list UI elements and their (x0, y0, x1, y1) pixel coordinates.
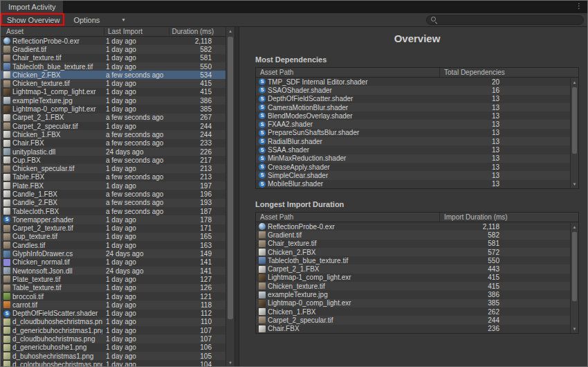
table-row[interactable]: Chicken_specular.tif 1 day ago 213 (1, 164, 226, 172)
metric-value: 13 (438, 138, 502, 145)
scroll-down-icon[interactable] (226, 359, 235, 367)
table-row[interactable]: Cup_texture.tif 1 day ago 165 (1, 233, 226, 241)
column-header-last-import[interactable]: Last Import (104, 28, 169, 35)
table-row[interactable]: FXAA2.shader 13 (256, 120, 570, 128)
table-row[interactable]: BlendModesOverlay.shader 13 (256, 111, 570, 120)
table-row[interactable]: d_cloudbuhochristmas.png 1 day ago 107 (1, 334, 226, 343)
table-row[interactable]: d_colorbuhoshechristmas.png 1 day ago 10… (1, 360, 226, 367)
table-row[interactable]: GlyphInfoDrawer.cs 24 days ago 149 (1, 249, 226, 258)
table-row[interactable]: Chair.FBX a few seconds ago 233 (1, 139, 226, 147)
table-row[interactable]: CameraMotionBlur.shader 13 (256, 103, 570, 111)
table-row[interactable]: Tablecloth_blue_texture.tif 550 (256, 256, 570, 265)
table-row[interactable]: Plate_texture.tif 1 day ago 127 (1, 275, 226, 283)
table-row[interactable]: Chicken_1.FBX a few seconds ago 244 (1, 130, 226, 138)
column-header-asset[interactable]: Asset (1, 28, 104, 35)
table-row[interactable]: TMP_SDF Internal Editor.shader 20 (256, 78, 570, 86)
table-row[interactable]: Lightmap-1_comp_light.exr 1 day ago 415 (1, 88, 226, 96)
scroll-down-icon[interactable] (571, 325, 578, 333)
table-row[interactable]: Plate.FBX 1 day ago 197 (1, 181, 226, 190)
table-row[interactable]: Lightmap-0_comp_light.exr 385 (256, 299, 570, 307)
asset-type-icon (3, 140, 10, 147)
column-header-import-duration[interactable]: Import Duration (ms) (440, 213, 570, 221)
column-header-total-dependencies[interactable]: Total Dependencies (440, 69, 570, 76)
table-row[interactable]: Chair.FBX 236 (256, 325, 570, 333)
scroll-down-icon[interactable] (571, 180, 578, 188)
vertical-scrollbar[interactable] (570, 223, 578, 333)
table-row[interactable]: Gradient.tif 582 (256, 231, 570, 239)
table-row[interactable]: d_genericbuhochristmas1.png 1 day ago 10… (1, 326, 226, 334)
scroll-up-icon[interactable] (571, 78, 578, 87)
table-row[interactable]: Tablecloth_blue_texture.tif 1 day ago 55… (1, 62, 226, 71)
table-row[interactable]: DepthOfFieldScatter.shader 1 day ago 112 (1, 310, 226, 318)
window-menu-icon[interactable]: ⋮ (571, 1, 587, 13)
table-row[interactable]: Cup.FBX a few seconds ago 217 (1, 156, 226, 164)
table-row[interactable]: Carpet_2_1.FBX a few seconds ago 267 (1, 114, 226, 122)
table-row[interactable]: Newtonsoft.Json.dll 24 days ago 141 (1, 267, 226, 275)
scroll-up-icon[interactable] (571, 223, 578, 231)
duration-value: 118 (167, 301, 214, 309)
asset-type-icon (3, 97, 10, 104)
table-row[interactable]: Tablecloth.FBX a few seconds ago 187 (1, 207, 226, 215)
table-row[interactable]: Chicken_1.FBX 262 (256, 307, 570, 316)
table-row[interactable]: CreaseApply.shader 13 (256, 163, 570, 171)
table-row[interactable]: Tonemapper.shader 1 day ago 178 (1, 215, 226, 224)
table-row[interactable]: Chicken_2.FBX 572 (256, 248, 570, 256)
table-row[interactable]: Chicken_normal.tif 1 day ago 141 (1, 258, 226, 267)
scrollbar-thumb[interactable] (572, 87, 577, 154)
table-row[interactable]: ReflectionProbe-0.exr 2,118 (256, 222, 570, 231)
vertical-scrollbar[interactable] (570, 78, 578, 188)
table-row[interactable]: SSAA.shader 13 (256, 145, 570, 154)
table-row[interactable]: Carpet_2_specular.tif 1 day ago 244 (1, 122, 226, 130)
most-dependencies-table: Asset Path Total Dependencies TMP_SDF In… (255, 67, 579, 189)
column-header-duration[interactable]: Duration (ms) (169, 28, 217, 35)
last-import-value: 1 day ago (102, 88, 167, 96)
table-row[interactable]: d_genericbuhoshe1.png 1 day ago 106 (1, 343, 226, 352)
asset-rows: ReflectionProbe-0.exr 1 day ago 2,118 Gr… (1, 37, 226, 367)
table-row[interactable]: Chair_texture.tif 1 day ago 581 (1, 54, 226, 62)
search-input[interactable] (426, 15, 584, 25)
table-row[interactable]: Table.FBX a few seconds ago 213 (1, 173, 226, 181)
table-row[interactable]: Table_texture.tif 1 day ago 126 (1, 284, 226, 292)
scrollbar-thumb[interactable] (228, 37, 233, 319)
show-overview-button[interactable]: Show Overview (4, 15, 62, 26)
asset-name: Chicken_specular.tif (10, 165, 102, 172)
table-row[interactable]: carrot.tif 1 day ago 118 (1, 301, 226, 309)
table-row[interactable]: DepthOfFieldScatter.shader 13 (256, 95, 570, 103)
table-row[interactable]: exampleTexture.jpg 386 (256, 290, 570, 298)
table-row[interactable]: unityplastic.dll 24 days ago 226 (1, 147, 226, 156)
table-row[interactable]: MobileBlur.shader 13 (256, 180, 570, 188)
table-row[interactable]: SSAOShader.shader 16 (256, 86, 570, 94)
table-row[interactable]: MinMaxReduction.shader 13 (256, 154, 570, 163)
table-row[interactable]: Chicken_texture.tif 415 (256, 282, 570, 290)
table-row[interactable]: exampleTexture.jpg 1 day ago 386 (1, 96, 226, 105)
table-row[interactable]: ReflectionProbe-0.exr 1 day ago 2,118 (1, 37, 226, 45)
table-row[interactable]: Lightmap-0_comp_light.exr 1 day ago 385 (1, 105, 226, 113)
scrollbar-thumb[interactable] (572, 232, 577, 301)
panel-splitter[interactable] (235, 27, 239, 367)
table-row[interactable]: Candle_2.FBX a few seconds ago 193 (1, 199, 226, 207)
table-row[interactable]: Gradient.tif 1 day ago 582 (1, 45, 226, 53)
table-row[interactable]: Candles.tif 1 day ago 163 (1, 241, 226, 249)
table-row[interactable]: PrepareSunShaftsBlur.shader 13 (256, 129, 570, 137)
column-header-asset-path[interactable]: Asset Path (256, 213, 440, 222)
section-heading-most-dependencies: Most Dependencies (255, 55, 579, 64)
table-row[interactable]: Carpet_2_1.FBX 443 (256, 265, 570, 273)
metric-value: 13 (438, 163, 502, 171)
table-row[interactable]: SimpleClear.shader 13 (256, 171, 570, 179)
options-dropdown[interactable]: Options ▾ (71, 15, 127, 26)
table-row[interactable]: Chair_texture.tif 581 (256, 240, 570, 248)
tab-import-activity[interactable]: Import Activity (1, 1, 63, 13)
table-row[interactable]: d_cloudbuhoshechristmas.png 1 day ago 11… (1, 318, 226, 326)
table-row[interactable]: d_buhoshechristmas1.png 1 day ago 105 (1, 352, 226, 360)
table-row[interactable]: Chicken_2.FBX a few seconds ago 534 (1, 71, 226, 79)
table-row[interactable]: Candle_1.FBX a few seconds ago 196 (1, 190, 226, 198)
scroll-up-icon[interactable] (226, 27, 235, 35)
vertical-scrollbar[interactable] (226, 27, 235, 367)
table-row[interactable]: Carpet_2_texture.tif 1 day ago 171 (1, 224, 226, 233)
table-row[interactable]: Chicken_texture.tif 1 day ago 415 (1, 79, 226, 87)
table-row[interactable]: Carpet_2_specular.tif 244 (256, 316, 570, 324)
table-row[interactable]: Lightmap-1_comp_light.exr 415 (256, 274, 570, 282)
column-header-asset-path[interactable]: Asset Path (256, 68, 440, 77)
table-row[interactable]: broccoli.tif 1 day ago 121 (1, 292, 226, 301)
table-row[interactable]: RadialBlur.shader 13 (256, 137, 570, 145)
